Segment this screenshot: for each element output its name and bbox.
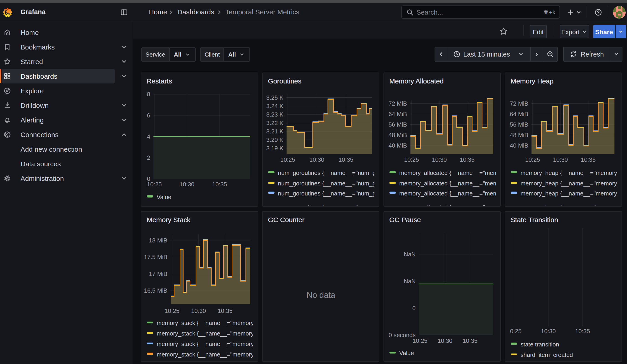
svg-text:No data: No data [307, 290, 335, 300]
